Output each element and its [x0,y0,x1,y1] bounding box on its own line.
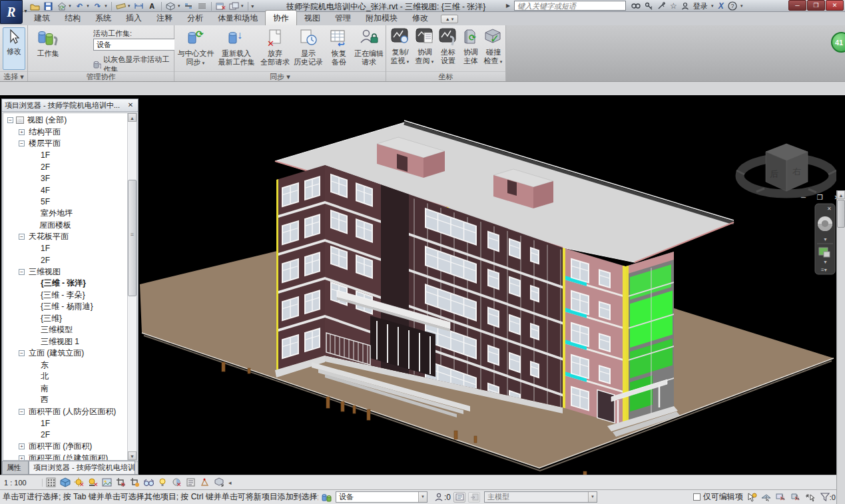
ribbon-tab-协作[interactable]: 协作 [265,10,297,25]
tree-item[interactable]: {三维 - 张洋} [3,278,127,290]
collapse-icon[interactable]: − [19,409,25,415]
ribbon-tab-视图[interactable]: 视图 [297,11,328,25]
tree-item[interactable]: 5F [3,196,127,208]
manage-collaboration-panel-label[interactable]: 管理协作 [28,71,174,81]
design-option-select[interactable]: 主模型▼ [484,491,597,503]
detail-level-icon[interactable] [45,477,57,488]
tree-item[interactable]: 三维视图 1 [3,336,127,348]
reload-latest-button[interactable]: ↓ 重新载入最新工作集 [216,27,257,70]
measure-caret[interactable]: ▼ [127,4,131,8]
tree-item[interactable]: {三维} [3,313,127,325]
tree-scroll-up[interactable]: ▲ [128,113,137,122]
ribbon-tab-修改[interactable]: 修改 [405,11,435,25]
exchange-apps-icon[interactable]: X [718,1,724,11]
switch-windows-icon[interactable] [228,1,240,11]
3d-view-caret[interactable]: ▼ [177,4,181,8]
tree-item[interactable]: 南 [3,383,127,395]
application-menu-caret[interactable]: ▼ [23,9,28,13]
save-icon[interactable] [43,1,54,11]
subscription-key-icon[interactable] [645,1,653,11]
rendering-dialog-icon[interactable] [101,477,113,488]
collapse-icon[interactable]: − [7,117,13,123]
modify-button[interactable]: 修改 [3,27,25,70]
sign-in-caret[interactable]: ▼ [710,4,714,8]
navbar-close-icon[interactable]: ✕ [827,206,832,212]
view-control-expand-arrow[interactable]: ◂ [228,479,232,486]
sun-path-icon[interactable]: ✕ [73,477,85,488]
tree-item[interactable]: 室外地坪 [3,208,127,220]
coordination-host-button[interactable]: ⟳ 协调主体 [459,27,482,70]
tree-item[interactable]: +结构平面 [3,126,127,138]
tree-scroll-thumb[interactable] [128,180,137,296]
tree-item[interactable]: −三维视图 [3,266,127,278]
communication-center-icon[interactable] [657,1,666,11]
drag-on-selection-icon[interactable] [746,492,758,503]
undo-caret[interactable]: ▼ [86,4,90,8]
interference-check-button[interactable]: ✓ 碰撞检查 ▼ [482,27,505,70]
editable-only-checkbox[interactable]: 仅可编辑项 [693,491,743,503]
restore-button[interactable]: ❐ [807,0,825,11]
coordinates-button[interactable]: 坐标设置 [437,27,459,70]
tree-item[interactable]: −立面 (建筑立面) [3,348,127,360]
copy-monitor-button[interactable]: 复制/监视 ▼ [388,27,413,70]
shadows-icon[interactable]: ✕ [87,477,99,488]
title-expand-arrow[interactable]: ▶ [506,3,510,9]
design-option-caret[interactable]: ▼ [588,492,597,502]
worksets-dialog-icon[interactable] [453,492,465,503]
editing-requests-indicator[interactable]: :0 [434,493,451,502]
select-links-icon[interactable] [760,492,772,503]
3d-view[interactable]: 后 右 ✕ ▼ ▼ ≡▾ [138,95,836,475]
ribbon-tab-分析[interactable]: 分析 [180,11,210,25]
thin-lines-icon[interactable] [196,1,208,11]
building-end-facade[interactable] [276,165,325,370]
tree-item[interactable]: {三维 - 李朵} [3,290,127,302]
tree-item[interactable]: 2F [3,161,127,173]
ribbon-tab-管理[interactable]: 管理 [328,11,358,25]
visual-style-icon[interactable] [59,477,71,488]
scrollbar-thumb[interactable] [837,200,845,228]
reveal-hidden-elements-icon[interactable] [157,477,168,488]
tree-item[interactable]: 2F [3,429,127,441]
qat-customize-caret[interactable]: ▼ [250,4,255,9]
redo-icon[interactable]: ↷ [92,1,103,11]
sync-with-central-button[interactable]: ⟳ 与中心文件同步 ▼ [177,27,214,70]
canvas-vertical-scrollbar[interactable]: ▲ ▼ [836,190,845,504]
collapse-icon[interactable]: − [19,140,25,146]
help-search-input[interactable] [514,1,626,11]
design-options-icon[interactable] [468,492,480,503]
sync-caret[interactable]: ▼ [68,4,72,8]
select-by-face-icon[interactable] [804,492,816,503]
undo-icon[interactable]: ↶ [74,1,85,11]
editable-only-box[interactable] [693,493,701,501]
application-menu-button[interactable]: R [0,0,23,24]
worksharing-display-icon[interactable]: ✕ [171,477,182,488]
active-workset-status-select[interactable]: 设备▼ [336,491,427,503]
editing-requests-button[interactable]: 正在编辑请求 [353,27,385,70]
open-icon[interactable] [29,1,41,11]
ribbon-collapse-button[interactable]: ▲ ▾ [441,15,458,23]
redo-caret[interactable]: ▼ [104,4,108,8]
worksets-status-icon[interactable] [321,492,333,503]
project-browser-scrollbar[interactable]: ▲ ▼ [127,113,137,460]
switch-windows-caret[interactable]: ▼ [240,4,244,8]
ribbon-tab-结构[interactable]: 结构 [57,11,88,25]
minimize-button[interactable]: ─ [788,0,806,11]
select-panel-label[interactable]: 选择 ▾ [0,71,27,81]
text-icon[interactable]: A [146,1,158,11]
tree-item[interactable]: −面积平面 (人防分区面积) [3,406,127,418]
coordination-review-button[interactable]: 协调查阅 ▼ [413,27,437,70]
select-underlay-icon[interactable]: ✕ [775,492,787,503]
help-caret[interactable]: ▼ [740,4,744,8]
sign-in-label[interactable]: 登录 [693,1,708,11]
close-button[interactable]: ✕ [826,0,844,11]
tree-item[interactable]: 三维模型 [3,324,127,336]
scroll-up-arrow[interactable]: ▲ [837,190,845,199]
expand-icon[interactable]: + [19,129,25,135]
coordinate-panel-label[interactable]: 坐标 [386,71,505,81]
help-icon[interactable]: ? [728,1,737,11]
search-icon[interactable] [631,1,641,11]
tree-item[interactable]: 2F [3,254,127,266]
show-history-button[interactable]: 显示历史记录 [292,27,325,70]
project-browser-titlebar[interactable]: 项目浏览器 - 技师学院机电培训中... ✕ [2,99,138,112]
navbar-menu-icon[interactable]: ≡▾ [821,267,827,273]
